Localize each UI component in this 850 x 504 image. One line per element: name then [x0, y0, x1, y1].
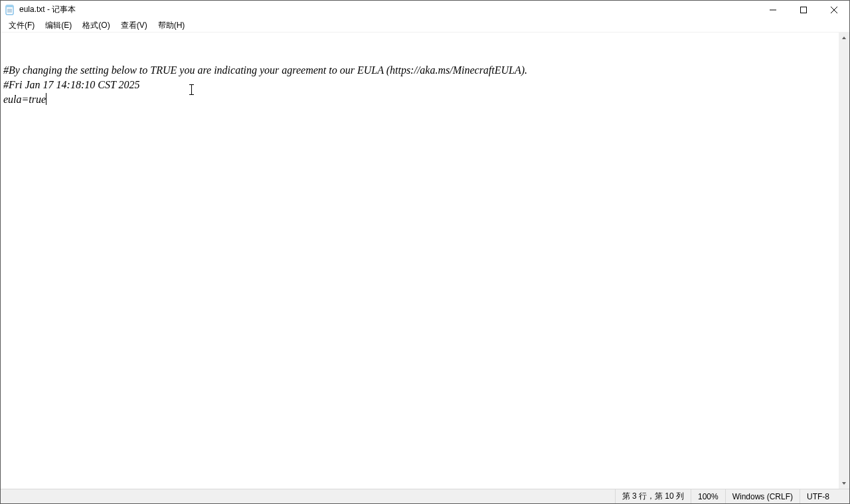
scroll-down-button[interactable]: [839, 478, 849, 489]
text-caret: [46, 93, 46, 105]
text-line-2: #Fri Jan 17 14:18:10 CST 2025: [3, 78, 836, 92]
editor-area: #By changing the setting below to TRUE y…: [1, 32, 849, 489]
text-line-1: #By changing the setting below to TRUE y…: [3, 63, 836, 78]
scroll-track[interactable]: [839, 43, 849, 478]
text-editor[interactable]: #By changing the setting below to TRUE y…: [1, 33, 839, 489]
svg-marker-10: [842, 482, 846, 485]
status-line-ending: Windows (CRLF): [725, 489, 800, 503]
menu-bar: 文件(F) 编辑(E) 格式(O) 查看(V) 帮助(H): [1, 19, 849, 32]
title-bar: eula.txt - 记事本: [1, 1, 849, 19]
menu-help[interactable]: 帮助(H): [153, 19, 191, 32]
menu-format[interactable]: 格式(O): [77, 19, 115, 32]
status-spacer: [1, 489, 615, 503]
status-zoom: 100%: [691, 489, 725, 503]
close-button[interactable]: [819, 1, 849, 19]
window-title: eula.txt - 记事本: [19, 4, 76, 15]
notepad-window: eula.txt - 记事本 文件(F) 编辑(E) 格式(O) 查看(V) 帮…: [0, 0, 850, 504]
status-encoding: UTF-8: [800, 489, 849, 503]
svg-rect-5: [770, 9, 776, 10]
status-bar: 第 3 行，第 10 列 100% Windows (CRLF) UTF-8: [1, 489, 849, 503]
title-bar-left: eula.txt - 记事本: [1, 4, 76, 15]
text-line-3: eula=true: [3, 94, 46, 105]
scroll-up-button[interactable]: [839, 33, 849, 43]
menu-edit[interactable]: 编辑(E): [40, 19, 77, 32]
minimize-button[interactable]: [758, 1, 788, 19]
vertical-scrollbar[interactable]: [839, 33, 849, 489]
svg-marker-9: [842, 37, 846, 39]
menu-file[interactable]: 文件(F): [3, 19, 40, 32]
menu-view[interactable]: 查看(V): [116, 19, 153, 32]
svg-rect-1: [6, 5, 13, 7]
notepad-app-icon: [5, 5, 15, 15]
status-cursor-position: 第 3 行，第 10 列: [615, 489, 691, 503]
svg-rect-6: [801, 7, 807, 13]
window-controls: [758, 1, 849, 19]
maximize-button[interactable]: [788, 1, 819, 19]
